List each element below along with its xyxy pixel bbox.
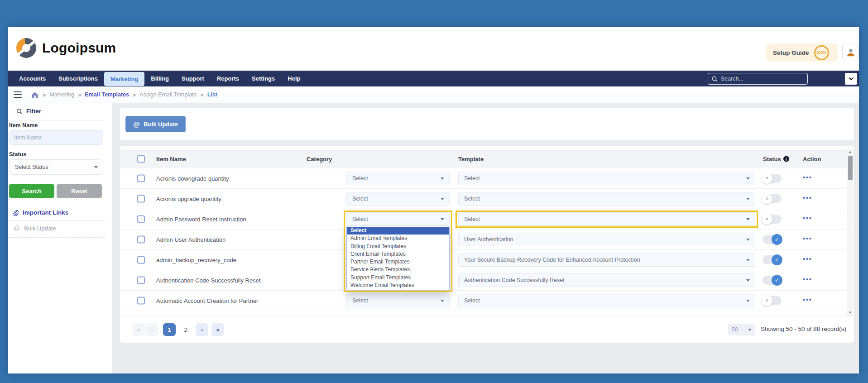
category-select[interactable]: Select bbox=[346, 294, 450, 307]
dropdown-option-admin-email-templates[interactable]: Admin Email Templates bbox=[347, 235, 449, 242]
reset-button[interactable]: Reset bbox=[57, 184, 102, 198]
column-category: Category bbox=[307, 156, 332, 163]
person-icon bbox=[846, 48, 856, 57]
item-name: Admin Password Reset Instruction bbox=[156, 216, 246, 223]
search-button[interactable]: Search bbox=[9, 184, 54, 198]
template-select[interactable]: Select bbox=[458, 192, 755, 206]
nav-item-subscriptions[interactable]: Subscriptions bbox=[52, 71, 104, 86]
status-toggle[interactable]: × bbox=[762, 296, 782, 305]
global-search[interactable] bbox=[708, 73, 808, 85]
row-actions-menu[interactable]: ••• bbox=[803, 296, 812, 303]
filter-sidebar: Filter Item Name Status Select Status Se… bbox=[8, 103, 112, 373]
nav-item-reports[interactable]: Reports bbox=[211, 71, 245, 86]
nav-item-accounts[interactable]: Accounts bbox=[13, 71, 52, 86]
template-select[interactable]: Authentication Code Successfully Reset bbox=[458, 273, 755, 287]
row-actions-menu[interactable]: ••• bbox=[803, 276, 812, 283]
chevron-down-icon bbox=[746, 177, 750, 180]
dropdown-option-billing-email-templates[interactable]: Billing Email Templates bbox=[347, 243, 449, 250]
dropdown-option-service-alerts-templates[interactable]: Service Alerts Templates bbox=[347, 266, 449, 273]
dropdown-option-welcome-email-templates[interactable]: Welcome Email Templates bbox=[347, 282, 449, 289]
paperclip-icon bbox=[13, 210, 19, 216]
item-name-input[interactable] bbox=[9, 130, 103, 145]
scroll-up-icon[interactable]: ▲ bbox=[847, 149, 853, 155]
bulk-update-button[interactable]: @ Bulk Update bbox=[125, 116, 186, 132]
toggle-off-x-icon: × bbox=[762, 173, 772, 184]
status-toggle[interactable]: ✓ bbox=[762, 276, 782, 285]
toggle-off-x-icon: × bbox=[762, 193, 772, 204]
template-select[interactable]: Select bbox=[458, 212, 755, 226]
breadcrumb-item-list[interactable]: List bbox=[207, 91, 217, 98]
row-checkbox[interactable] bbox=[137, 215, 145, 223]
nav-dropdown-toggle[interactable] bbox=[845, 73, 857, 85]
row-checkbox[interactable] bbox=[137, 236, 145, 244]
row-checkbox[interactable] bbox=[137, 297, 145, 305]
search-input[interactable] bbox=[721, 76, 804, 82]
breadcrumb-separator: » bbox=[43, 91, 46, 98]
sidebar-toggle-icon[interactable] bbox=[14, 91, 22, 98]
row-checkbox[interactable] bbox=[137, 195, 145, 203]
dropdown-option-select[interactable]: Select bbox=[347, 227, 449, 235]
template-select[interactable]: Select bbox=[458, 294, 755, 307]
pagination-last[interactable]: » bbox=[211, 323, 224, 336]
nav-item-support[interactable]: Support bbox=[175, 71, 211, 86]
nav-item-settings[interactable]: Settings bbox=[245, 71, 281, 86]
template-select[interactable]: Select bbox=[458, 172, 755, 185]
breadcrumb: »Marketing»Email Templates»Assign Email … bbox=[8, 86, 859, 103]
row-actions-menu[interactable]: ••• bbox=[803, 235, 812, 242]
template-select[interactable]: User Authentication bbox=[458, 233, 755, 246]
sidebar-link-bulk-update[interactable]: @ Bulk Update bbox=[14, 225, 56, 232]
chevron-down-icon bbox=[746, 300, 750, 302]
scrollbar-thumb[interactable] bbox=[848, 156, 853, 180]
info-icon[interactable]: i bbox=[783, 156, 789, 162]
status-toggle[interactable]: × bbox=[762, 215, 782, 224]
row-checkbox[interactable] bbox=[137, 256, 145, 264]
row-actions-menu[interactable]: ••• bbox=[803, 255, 812, 263]
chevron-down-icon bbox=[849, 77, 854, 81]
bulk-update-card: @ Bulk Update bbox=[120, 108, 854, 140]
row-checkbox[interactable] bbox=[137, 175, 145, 182]
status-select[interactable]: Select Status bbox=[9, 159, 103, 175]
dropdown-option-partner-email-templates[interactable]: Partner Email Templates bbox=[347, 258, 449, 266]
category-select[interactable]: Select bbox=[346, 192, 450, 206]
status-toggle[interactable]: ✓ bbox=[762, 235, 782, 244]
nav-item-help[interactable]: Help bbox=[281, 71, 307, 86]
status-toggle[interactable]: × bbox=[762, 174, 782, 183]
at-icon: @ bbox=[133, 120, 140, 128]
status-toggle[interactable]: ✓ bbox=[762, 255, 782, 264]
templates-table-card: Item Name Category Template Status i Act… bbox=[120, 146, 854, 343]
nav-item-billing[interactable]: Billing bbox=[144, 71, 175, 86]
home-icon[interactable] bbox=[31, 91, 38, 98]
row-actions-menu[interactable]: ••• bbox=[803, 215, 812, 222]
table-row: admin_backup_recovery_codeSelectYour Sec… bbox=[120, 250, 854, 270]
pagination-next[interactable]: › bbox=[196, 323, 208, 336]
template-select[interactable]: Your Secure Backup Recovery Code for Enh… bbox=[458, 253, 755, 267]
category-select[interactable]: Select bbox=[346, 212, 450, 226]
setup-guide-button[interactable]: Setup Guide 100% bbox=[766, 43, 838, 62]
setup-guide-label: Setup Guide bbox=[773, 49, 809, 56]
row-actions-menu[interactable]: ••• bbox=[803, 194, 812, 201]
pagination-first[interactable]: « bbox=[132, 323, 145, 336]
filter-title: Filter bbox=[16, 108, 41, 115]
breadcrumb-item-email-templates[interactable]: Email Templates bbox=[85, 91, 129, 98]
table-scrollbar[interactable]: ▲ ▼ bbox=[847, 149, 853, 316]
status-toggle[interactable]: × bbox=[762, 194, 782, 203]
category-select[interactable]: Select bbox=[346, 172, 450, 185]
toggle-on-check-icon: ✓ bbox=[772, 275, 782, 286]
dropdown-option-client-email-templates[interactable]: Client Email Templates bbox=[347, 250, 449, 258]
pagination-page-1[interactable]: 1 bbox=[163, 323, 176, 336]
column-action: Action bbox=[803, 156, 821, 163]
row-actions-menu[interactable]: ••• bbox=[803, 174, 812, 181]
user-avatar-button[interactable] bbox=[842, 44, 859, 61]
per-page-select[interactable]: 50 bbox=[728, 324, 755, 335]
pagination-prev[interactable]: ‹ bbox=[146, 323, 158, 336]
scroll-down-icon[interactable]: ▼ bbox=[847, 310, 853, 316]
breadcrumb-item-assign-email-template[interactable]: Assign Email Template bbox=[139, 91, 197, 98]
pagination-page-2[interactable]: 2 bbox=[179, 323, 192, 336]
breadcrumb-item-marketing[interactable]: Marketing bbox=[49, 91, 74, 98]
nav-item-marketing[interactable]: Marketing bbox=[104, 72, 144, 86]
chevron-down-icon bbox=[746, 198, 750, 200]
dropdown-option-support-email-templates[interactable]: Support Email Templates bbox=[347, 274, 449, 282]
table-row: Acronis downgrade quantitySelectSelect×•… bbox=[120, 168, 854, 189]
row-checkbox[interactable] bbox=[137, 277, 145, 284]
select-all-checkbox[interactable] bbox=[137, 155, 145, 163]
